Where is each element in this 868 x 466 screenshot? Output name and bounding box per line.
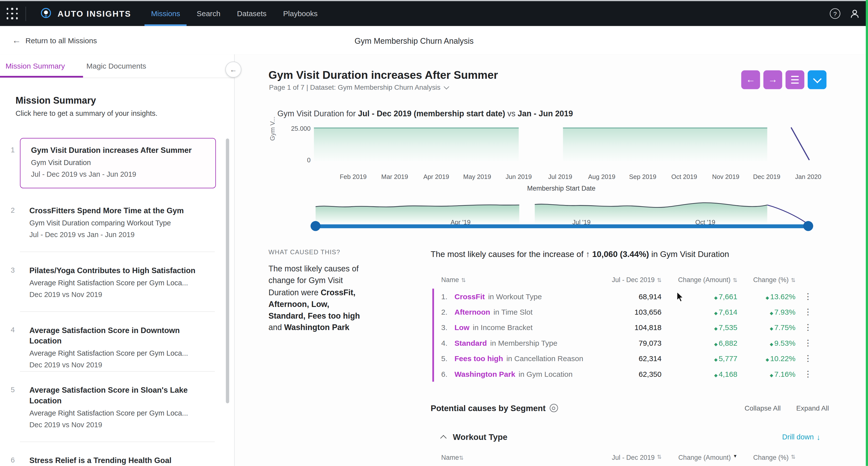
up-diamond-icon: ◆	[770, 311, 773, 315]
sort-icon[interactable]: ⇅	[461, 276, 466, 283]
cause-link[interactable]: CrossFit	[455, 292, 485, 300]
range-selector-minimap[interactable]	[316, 199, 808, 224]
insight-title: Average Satisfaction Score in Downtown L…	[29, 325, 212, 346]
brand-name: AUTO INSIGHTS	[58, 9, 131, 19]
expand-panel-button[interactable]	[808, 70, 827, 89]
next-page-button[interactable]: →	[764, 70, 782, 89]
chart-metric: Gym Visit Duration	[277, 109, 344, 118]
x-tick: Jan 2020	[789, 173, 828, 180]
row-menu-kebab-icon[interactable]: ⋮	[796, 353, 820, 363]
sidebar-collapse-button[interactable]: ←	[225, 61, 241, 78]
up-diamond-icon: ◆	[770, 373, 773, 378]
segment-section-heading: Potential causes by Segment	[431, 403, 558, 413]
range-handle-end[interactable]	[803, 221, 813, 231]
row-menu-kebab-icon[interactable]: ⋮	[796, 369, 820, 379]
row-menu-kebab-icon[interactable]: ⋮	[796, 338, 820, 348]
help-icon[interactable]: ?	[830, 8, 840, 19]
user-profile-icon[interactable]	[849, 8, 860, 19]
cause-category: Income Bracket	[480, 323, 532, 331]
mission-title: Gym Membership Churn Analysis	[331, 36, 497, 46]
minimap-area-1	[316, 205, 519, 224]
cause-link[interactable]: Washington Park	[455, 370, 515, 378]
change-percent: ◆7.93%	[737, 308, 796, 316]
info-target-icon[interactable]	[549, 404, 558, 412]
nav-playbooks[interactable]: Playbooks	[283, 1, 318, 26]
segment-controls: Collapse All Expand All	[745, 404, 829, 412]
insight-metric: Average Right Satisfaction Score per Gym…	[29, 349, 212, 357]
tab-mission-summary[interactable]: Mission Summary	[5, 54, 65, 78]
insight-title: Average Satisfaction Score in Sloan's La…	[29, 385, 212, 406]
insight-list-item-6[interactable]: Stress Relief is a Trending Health Goal	[29, 455, 212, 466]
col-change-amount[interactable]: Change (Amount)▼	[662, 454, 737, 462]
drill-down-label: Drill down	[782, 433, 814, 441]
cause-link[interactable]: Standard	[455, 339, 487, 347]
cause-link[interactable]: Afternoon	[455, 308, 490, 316]
col-change-pct[interactable]: Change (%)⇅	[737, 276, 796, 284]
cause-link[interactable]: Low	[455, 323, 469, 331]
row-menu-kebab-icon[interactable]: ⋮	[796, 291, 820, 301]
drill-down-link[interactable]: Drill down ↓	[782, 432, 820, 441]
insight-list-item-4[interactable]: Average Satisfaction Score in Downtown L…	[29, 325, 212, 369]
range-handle-start[interactable]	[310, 221, 320, 231]
cause-category: Time Slot	[501, 308, 532, 316]
brand-logo[interactable]: AUTO INSIGHTS	[39, 7, 131, 20]
col-name[interactable]: Name⇅	[441, 454, 607, 462]
nav-missions[interactable]: Missions	[151, 1, 180, 26]
up-diamond-icon: ◆	[766, 357, 769, 362]
summary-cta[interactable]: Click here to get a summary of your insi…	[16, 109, 157, 117]
up-diamond-icon: ◆	[714, 357, 717, 362]
sort-desc-icon[interactable]: ▼	[733, 454, 737, 462]
sidebar-scrollbar[interactable]	[226, 139, 229, 403]
jan-2020-drop-line	[791, 127, 809, 160]
cause-category: Cancellation Reason	[514, 354, 583, 362]
x-tick: Jun 2019	[499, 173, 538, 180]
row-menu-kebab-icon[interactable]: ⋮	[796, 307, 820, 317]
row-number: 2.	[441, 308, 451, 316]
back-to-missions-link[interactable]: ← Return to all Missions	[12, 35, 97, 46]
sort-icon[interactable]: ⇅	[791, 454, 796, 462]
chart-period-1: Jul - Dec 2019 (membership start date)	[358, 109, 505, 118]
x-tick: Sep 2019	[623, 173, 662, 180]
insight-number: 2	[7, 206, 19, 214]
sort-icon[interactable]: ⇅	[791, 276, 796, 283]
sort-icon[interactable]: ⇅	[657, 276, 662, 283]
cause-link[interactable]: Fees too high	[455, 354, 503, 362]
y-axis-tick-zero: 0	[286, 157, 310, 164]
collapse-all-link[interactable]: Collapse All	[745, 404, 781, 412]
date-range-slider[interactable]	[316, 225, 808, 228]
insight-list-item-1[interactable]: Gym Visit Duration increases After Summe…	[31, 145, 207, 178]
gym-visit-duration-area-chart[interactable]	[314, 125, 825, 162]
drill-down-arrow-icon: ↓	[816, 432, 820, 441]
col-period[interactable]: Jul - Dec 2019⇅	[607, 454, 661, 462]
col-period[interactable]: Jul - Dec 2019⇅	[607, 276, 661, 284]
insight-list-item-2[interactable]: CrossFitters Spend More Time at the Gym …	[29, 206, 212, 239]
sort-icon[interactable]: ⇅	[459, 455, 464, 461]
insight-list-item-5[interactable]: Average Satisfaction Score in Sloan's La…	[29, 385, 212, 429]
previous-page-button[interactable]: ←	[741, 70, 760, 89]
screen-edge-indicator	[866, 0, 868, 466]
chevron-up-icon[interactable]	[440, 435, 446, 441]
expand-all-link[interactable]: Expand All	[796, 404, 829, 412]
tab-magic-documents[interactable]: Magic Documents	[86, 54, 146, 78]
causes-heading-text: The most likely causes for the increase …	[431, 249, 586, 259]
insight-list-item-3[interactable]: Pilates/Yoga Contributes to High Satisfa…	[29, 265, 212, 299]
row-number: 5.	[441, 354, 451, 362]
segment-group-row: Workout Type Drill down ↓	[441, 432, 820, 442]
nav-search[interactable]: Search	[197, 1, 220, 26]
up-diamond-icon: ◆	[770, 342, 773, 346]
x-tick: Apr 2019	[417, 173, 456, 180]
change-percent: ◆9.53%	[737, 339, 796, 347]
insight-meta[interactable]: Page 1 of 7 | Dataset: Gym Membership Ch…	[269, 84, 448, 91]
row-menu-kebab-icon[interactable]: ⋮	[796, 322, 820, 332]
col-change-pct[interactable]: Change (%)⇅	[737, 454, 796, 462]
sort-icon[interactable]: ⇅	[733, 276, 737, 283]
nav-datasets[interactable]: Datasets	[237, 1, 267, 26]
page-menu-button[interactable]	[785, 70, 804, 89]
col-change-amount[interactable]: Change (Amount)⇅	[662, 276, 737, 284]
col-name[interactable]: Name⇅	[441, 276, 607, 284]
insight-period: Dec 2019 vs Nov 2019	[29, 290, 212, 298]
cause-row-3: 3.Lowin Income Bracket 104,818 ◆7,535 ◆7…	[441, 320, 820, 335]
sort-icon[interactable]: ⇅	[657, 454, 662, 462]
app-grid-icon[interactable]	[6, 7, 19, 20]
change-amount: ◆4,168	[662, 370, 737, 378]
